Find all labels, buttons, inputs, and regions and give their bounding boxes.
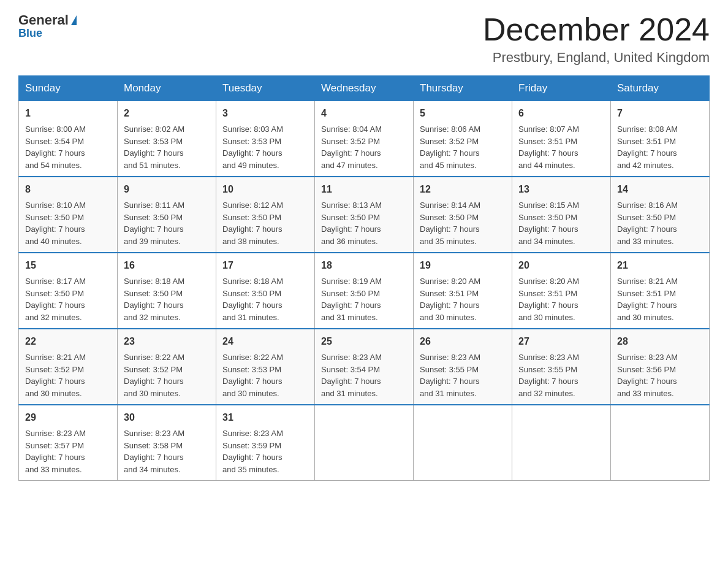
- calendar-cell: [414, 405, 512, 481]
- day-info: Sunrise: 8:23 AMSunset: 3:54 PMDaylight:…: [321, 353, 382, 398]
- day-info: Sunrise: 8:23 AMSunset: 3:55 PMDaylight:…: [518, 353, 579, 398]
- calendar-cell: 3 Sunrise: 8:03 AMSunset: 3:53 PMDayligh…: [216, 101, 315, 177]
- calendar-cell: 14 Sunrise: 8:16 AMSunset: 3:50 PMDaylig…: [611, 177, 710, 253]
- day-number: 5: [420, 106, 506, 121]
- header-monday: Monday: [118, 76, 216, 101]
- day-number: 9: [124, 182, 210, 197]
- calendar-cell: 19 Sunrise: 8:20 AMSunset: 3:51 PMDaylig…: [414, 253, 512, 329]
- day-info: Sunrise: 8:13 AMSunset: 3:50 PMDaylight:…: [321, 201, 382, 246]
- calendar-cell: 25 Sunrise: 8:23 AMSunset: 3:54 PMDaylig…: [315, 329, 414, 405]
- day-number: 19: [420, 258, 506, 273]
- calendar-cell: 22 Sunrise: 8:21 AMSunset: 3:52 PMDaylig…: [19, 329, 118, 405]
- calendar-cell: 26 Sunrise: 8:23 AMSunset: 3:55 PMDaylig…: [414, 329, 512, 405]
- calendar-cell: 6 Sunrise: 8:07 AMSunset: 3:51 PMDayligh…: [512, 101, 611, 177]
- month-title: December 2024: [483, 12, 710, 47]
- day-number: 23: [124, 334, 210, 349]
- calendar-week-row: 15 Sunrise: 8:17 AMSunset: 3:50 PMDaylig…: [19, 253, 710, 329]
- calendar-cell: [315, 405, 414, 481]
- day-number: 12: [420, 182, 506, 197]
- day-number: 13: [518, 182, 604, 197]
- day-number: 31: [222, 410, 308, 425]
- day-info: Sunrise: 8:18 AMSunset: 3:50 PMDaylight:…: [222, 277, 283, 322]
- calendar-week-row: 1 Sunrise: 8:00 AMSunset: 3:54 PMDayligh…: [19, 101, 710, 177]
- calendar-cell: 30 Sunrise: 8:23 AMSunset: 3:58 PMDaylig…: [118, 405, 216, 481]
- day-info: Sunrise: 8:15 AMSunset: 3:50 PMDaylight:…: [518, 201, 579, 246]
- calendar-cell: 5 Sunrise: 8:06 AMSunset: 3:52 PMDayligh…: [414, 101, 512, 177]
- day-info: Sunrise: 8:14 AMSunset: 3:50 PMDaylight:…: [420, 201, 480, 246]
- logo-blue-subtitle: Blue: [18, 27, 42, 40]
- calendar-cell: 12 Sunrise: 8:14 AMSunset: 3:50 PMDaylig…: [414, 177, 512, 253]
- logo-triangle-icon: [71, 15, 77, 25]
- day-info: Sunrise: 8:22 AMSunset: 3:53 PMDaylight:…: [222, 353, 283, 398]
- calendar-cell: 27 Sunrise: 8:23 AMSunset: 3:55 PMDaylig…: [512, 329, 611, 405]
- day-info: Sunrise: 8:19 AMSunset: 3:50 PMDaylight:…: [321, 277, 382, 322]
- day-number: 2: [124, 106, 210, 121]
- day-number: 28: [617, 334, 703, 349]
- calendar-cell: [611, 405, 710, 481]
- calendar-cell: 15 Sunrise: 8:17 AMSunset: 3:50 PMDaylig…: [19, 253, 118, 329]
- calendar-cell: 17 Sunrise: 8:18 AMSunset: 3:50 PMDaylig…: [216, 253, 315, 329]
- calendar-cell: 4 Sunrise: 8:04 AMSunset: 3:52 PMDayligh…: [315, 101, 414, 177]
- calendar-cell: 24 Sunrise: 8:22 AMSunset: 3:53 PMDaylig…: [216, 329, 315, 405]
- day-info: Sunrise: 8:23 AMSunset: 3:59 PMDaylight:…: [222, 429, 283, 474]
- day-info: Sunrise: 8:11 AMSunset: 3:50 PMDaylight:…: [124, 201, 184, 246]
- calendar-cell: 11 Sunrise: 8:13 AMSunset: 3:50 PMDaylig…: [315, 177, 414, 253]
- calendar-cell: 20 Sunrise: 8:20 AMSunset: 3:51 PMDaylig…: [512, 253, 611, 329]
- day-number: 20: [518, 258, 604, 273]
- day-number: 24: [222, 334, 308, 349]
- day-info: Sunrise: 8:12 AMSunset: 3:50 PMDaylight:…: [222, 201, 283, 246]
- calendar-cell: 9 Sunrise: 8:11 AMSunset: 3:50 PMDayligh…: [118, 177, 216, 253]
- day-info: Sunrise: 8:20 AMSunset: 3:51 PMDaylight:…: [518, 277, 579, 322]
- header-thursday: Thursday: [414, 76, 512, 101]
- day-number: 29: [25, 410, 111, 425]
- logo-general: General: [18, 12, 69, 28]
- day-info: Sunrise: 8:10 AMSunset: 3:50 PMDaylight:…: [25, 201, 86, 246]
- header-sunday: Sunday: [19, 76, 118, 101]
- location-label: Prestbury, England, United Kingdom: [483, 50, 710, 66]
- day-number: 15: [25, 258, 111, 273]
- day-info: Sunrise: 8:02 AMSunset: 3:53 PMDaylight:…: [124, 124, 184, 170]
- day-info: Sunrise: 8:07 AMSunset: 3:51 PMDaylight:…: [518, 124, 579, 170]
- calendar-cell: 28 Sunrise: 8:23 AMSunset: 3:56 PMDaylig…: [611, 329, 710, 405]
- calendar-cell: 21 Sunrise: 8:21 AMSunset: 3:51 PMDaylig…: [611, 253, 710, 329]
- calendar-table: SundayMondayTuesdayWednesdayThursdayFrid…: [18, 75, 710, 481]
- day-info: Sunrise: 8:06 AMSunset: 3:52 PMDaylight:…: [420, 124, 480, 170]
- calendar-week-row: 8 Sunrise: 8:10 AMSunset: 3:50 PMDayligh…: [19, 177, 710, 253]
- day-number: 7: [617, 106, 703, 121]
- title-block: December 2024 Prestbury, England, United…: [483, 12, 710, 66]
- day-info: Sunrise: 8:20 AMSunset: 3:51 PMDaylight:…: [420, 277, 480, 322]
- day-info: Sunrise: 8:23 AMSunset: 3:57 PMDaylight:…: [25, 429, 86, 474]
- page-header: General Blue December 2024 Prestbury, En…: [18, 12, 710, 66]
- day-number: 10: [222, 182, 308, 197]
- calendar-cell: 31 Sunrise: 8:23 AMSunset: 3:59 PMDaylig…: [216, 405, 315, 481]
- calendar-cell: 10 Sunrise: 8:12 AMSunset: 3:50 PMDaylig…: [216, 177, 315, 253]
- day-info: Sunrise: 8:23 AMSunset: 3:56 PMDaylight:…: [617, 353, 678, 398]
- day-info: Sunrise: 8:23 AMSunset: 3:55 PMDaylight:…: [420, 353, 480, 398]
- day-number: 27: [518, 334, 604, 349]
- calendar-week-row: 22 Sunrise: 8:21 AMSunset: 3:52 PMDaylig…: [19, 329, 710, 405]
- day-number: 1: [25, 106, 111, 121]
- day-number: 8: [25, 182, 111, 197]
- header-saturday: Saturday: [611, 76, 710, 101]
- day-info: Sunrise: 8:21 AMSunset: 3:51 PMDaylight:…: [617, 277, 678, 322]
- calendar-header-row: SundayMondayTuesdayWednesdayThursdayFrid…: [19, 76, 710, 101]
- day-number: 11: [321, 182, 407, 197]
- day-info: Sunrise: 8:03 AMSunset: 3:53 PMDaylight:…: [222, 124, 283, 170]
- header-wednesday: Wednesday: [315, 76, 414, 101]
- day-info: Sunrise: 8:17 AMSunset: 3:50 PMDaylight:…: [25, 277, 86, 322]
- day-number: 17: [222, 258, 308, 273]
- calendar-cell: 29 Sunrise: 8:23 AMSunset: 3:57 PMDaylig…: [19, 405, 118, 481]
- calendar-cell: [512, 405, 611, 481]
- day-number: 6: [518, 106, 604, 121]
- calendar-cell: 13 Sunrise: 8:15 AMSunset: 3:50 PMDaylig…: [512, 177, 611, 253]
- logo-text: General: [18, 12, 77, 28]
- day-number: 25: [321, 334, 407, 349]
- calendar-cell: 1 Sunrise: 8:00 AMSunset: 3:54 PMDayligh…: [19, 101, 118, 177]
- day-number: 14: [617, 182, 703, 197]
- calendar-cell: 23 Sunrise: 8:22 AMSunset: 3:52 PMDaylig…: [118, 329, 216, 405]
- logo: General Blue: [18, 12, 77, 40]
- day-number: 3: [222, 106, 308, 121]
- day-number: 26: [420, 334, 506, 349]
- day-info: Sunrise: 8:23 AMSunset: 3:58 PMDaylight:…: [124, 429, 184, 474]
- day-number: 22: [25, 334, 111, 349]
